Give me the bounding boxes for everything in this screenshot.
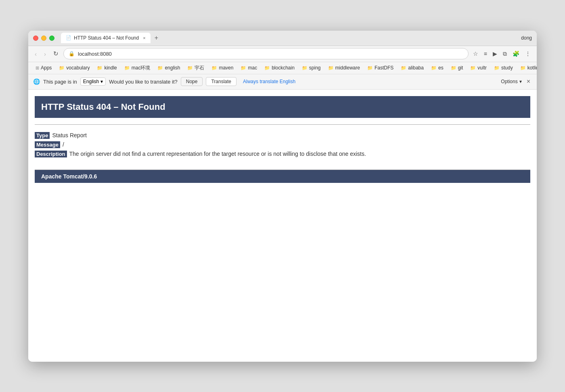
lock-icon: 🔒 bbox=[69, 51, 75, 57]
bookmark-blockchain[interactable]: 📁 blockchain bbox=[261, 64, 298, 72]
maximize-button[interactable] bbox=[49, 36, 54, 41]
bookmark-fastdfs[interactable]: 📁 FastDFS bbox=[364, 64, 397, 72]
bookmark-mac-env[interactable]: 📁 mac环境 bbox=[121, 63, 154, 73]
minimize-button[interactable] bbox=[41, 36, 46, 41]
always-translate-button[interactable]: Always translate English bbox=[240, 78, 299, 86]
options-label: Options bbox=[501, 79, 517, 84]
nav-bar: ‹ › ↻ 🔒 ☆ ≡ ▶ ⧉ 🧩 ⋮ bbox=[28, 46, 537, 62]
translate-close-button[interactable]: × bbox=[525, 77, 532, 86]
bookmark-english-label: english bbox=[165, 65, 180, 71]
bookmark-maven-icon: 📁 bbox=[211, 65, 217, 71]
bookmark-middleware-label: middleware bbox=[335, 65, 360, 71]
browser-tab[interactable]: 📄 HTTP Status 404 – Not Found × bbox=[61, 33, 151, 43]
language-value: English bbox=[83, 79, 99, 84]
bookmark-mac-label: mac bbox=[248, 65, 257, 71]
cast-button[interactable]: ▶ bbox=[491, 49, 499, 59]
bookmark-study-icon: 📁 bbox=[494, 65, 500, 71]
tab-favicon: 📄 bbox=[66, 35, 71, 41]
translate-page-is-in: This page is in bbox=[43, 79, 77, 85]
bookmark-sping-icon: 📁 bbox=[302, 65, 308, 71]
bookmark-maven[interactable]: 📁 maven bbox=[208, 64, 236, 72]
bookmark-middleware[interactable]: 📁 middleware bbox=[325, 64, 363, 72]
options-button[interactable]: Options ▾ bbox=[501, 79, 521, 84]
star-button[interactable]: ☆ bbox=[471, 49, 480, 59]
bookmark-middleware-icon: 📁 bbox=[328, 65, 334, 71]
bookmark-vultr[interactable]: 📁 vultr bbox=[467, 64, 490, 72]
browser-window: 📄 HTTP Status 404 – Not Found × + dong ‹… bbox=[28, 31, 537, 362]
chevron-down-icon: ▾ bbox=[100, 79, 103, 84]
bookmark-fastdfs-label: FastDFS bbox=[375, 65, 393, 71]
bookmark-fastdfs-icon: 📁 bbox=[367, 65, 373, 71]
pip-button[interactable]: ⧉ bbox=[501, 49, 509, 59]
tab-close-button[interactable]: × bbox=[143, 36, 145, 40]
tab-bar: 📄 HTTP Status 404 – Not Found × + bbox=[61, 33, 521, 43]
bookmark-study-label: study bbox=[501, 65, 513, 71]
bookmark-blockchain-label: blockchain bbox=[272, 65, 295, 71]
bookmark-alibaba-icon: 📁 bbox=[401, 65, 406, 71]
bookmark-kindle[interactable]: 📁 kindle bbox=[94, 64, 120, 72]
bookmark-vultr-icon: 📁 bbox=[470, 65, 476, 71]
address-bar[interactable]: 🔒 bbox=[63, 48, 469, 59]
bookmark-maven-label: maven bbox=[219, 65, 233, 71]
close-button[interactable] bbox=[33, 36, 38, 41]
bookmark-mac-icon: 📁 bbox=[241, 65, 246, 71]
new-tab-button[interactable]: + bbox=[152, 34, 161, 42]
reload-button[interactable]: ↻ bbox=[51, 48, 61, 59]
back-button[interactable]: ‹ bbox=[32, 49, 39, 59]
bookmark-yushi[interactable]: 📁 宇石 bbox=[184, 63, 207, 73]
extensions-button[interactable]: 🧩 bbox=[511, 49, 521, 59]
bookmark-blockchain-icon: 📁 bbox=[264, 65, 270, 71]
url-input[interactable] bbox=[78, 51, 463, 57]
bookmark-apps-label: Apps bbox=[41, 65, 52, 71]
bookmark-git[interactable]: 📁 git bbox=[448, 64, 467, 72]
bookmark-apps-icon: ⊞ bbox=[36, 65, 39, 71]
description-value: The origin server did not find a current… bbox=[69, 151, 366, 157]
bookmarks-bar: ⊞ Apps 📁 vocabulary 📁 kindle 📁 mac环境 📁 e… bbox=[28, 62, 537, 74]
bookmark-vocabulary-label: vocabulary bbox=[66, 65, 90, 71]
forward-button[interactable]: › bbox=[42, 49, 48, 59]
message-label: Message bbox=[35, 141, 60, 148]
type-row: Type Status Report bbox=[35, 132, 530, 139]
translate-button[interactable]: Translate bbox=[206, 77, 236, 86]
bookmark-kotlin-label: kotlin bbox=[527, 65, 537, 71]
bookmark-kotlin[interactable]: 📁 kotlin bbox=[517, 64, 537, 72]
translate-bar: 🌐 This page is in English ▾ Would you li… bbox=[28, 74, 537, 90]
http-body: Type Status Report Message / Description… bbox=[28, 125, 537, 165]
chevron-icon: ▾ bbox=[519, 79, 522, 84]
bookmark-apps[interactable]: ⊞ Apps bbox=[32, 64, 55, 72]
bookmark-english-icon: 📁 bbox=[157, 65, 163, 71]
bookmark-es-icon: 📁 bbox=[431, 65, 437, 71]
http-footer: Apache Tomcat/9.0.6 bbox=[35, 170, 530, 183]
bookmark-alibaba[interactable]: 📁 alibaba bbox=[398, 64, 427, 72]
bookmark-mac-env-label: mac环境 bbox=[132, 65, 151, 71]
reader-button[interactable]: ≡ bbox=[482, 49, 489, 59]
bookmark-english[interactable]: 📁 english bbox=[154, 64, 183, 72]
bookmark-sping-label: sping bbox=[309, 65, 321, 71]
bookmark-sping[interactable]: 📁 sping bbox=[299, 64, 324, 72]
bookmark-vocabulary[interactable]: 📁 vocabulary bbox=[56, 64, 93, 72]
menu-button[interactable]: ⋮ bbox=[523, 49, 533, 59]
message-row: Message / bbox=[35, 141, 530, 148]
description-row: Description The origin server did not fi… bbox=[35, 151, 530, 157]
tab-title: HTTP Status 404 – Not Found bbox=[74, 35, 139, 41]
bookmark-study[interactable]: 📁 study bbox=[491, 64, 516, 72]
bookmark-es[interactable]: 📁 es bbox=[428, 64, 447, 72]
bookmark-mac[interactable]: 📁 mac bbox=[237, 64, 260, 72]
title-bar: 📄 HTTP Status 404 – Not Found × + dong bbox=[28, 31, 537, 46]
bookmark-alibaba-label: alibaba bbox=[408, 65, 424, 71]
bookmark-folder-icon: 📁 bbox=[59, 65, 65, 71]
traffic-lights bbox=[33, 36, 54, 41]
bookmark-kotlin-icon: 📁 bbox=[520, 65, 526, 71]
description-label: Description bbox=[35, 151, 67, 157]
user-label: dong bbox=[521, 35, 532, 41]
nope-button[interactable]: Nope bbox=[181, 77, 203, 86]
translate-question: Would you like to translate it? bbox=[109, 79, 178, 85]
bookmark-mac-env-icon: 📁 bbox=[124, 65, 130, 71]
bookmark-vultr-label: vultr bbox=[477, 65, 487, 71]
bookmark-kindle-label: kindle bbox=[104, 65, 117, 71]
language-select[interactable]: English ▾ bbox=[80, 78, 106, 86]
http-status-heading: HTTP Status 404 – Not Found bbox=[35, 96, 530, 118]
type-value: Status Report bbox=[52, 132, 87, 138]
bookmark-yushi-label: 宇石 bbox=[195, 65, 204, 71]
bookmark-git-icon: 📁 bbox=[451, 65, 456, 71]
